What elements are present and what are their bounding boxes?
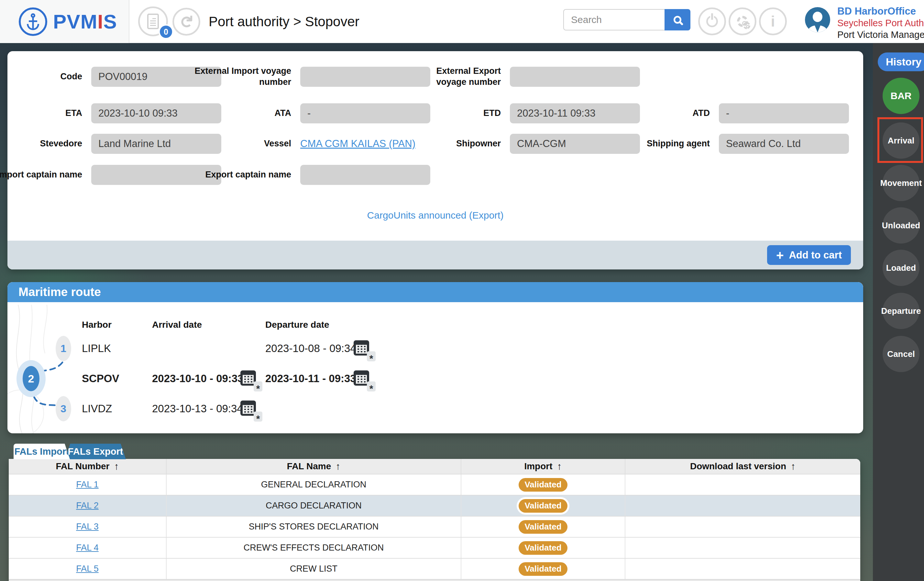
stop-harbor: LIPLK — [82, 342, 111, 354]
sort-asc-icon: ↑ — [114, 461, 119, 472]
maritime-route-header: Maritime route — [7, 282, 863, 302]
col-import[interactable]: Import↑ — [461, 459, 625, 474]
refresh-icon: ↻ — [178, 15, 195, 29]
search-input[interactable] — [563, 9, 665, 30]
stop-departure-date: 2023-10-11 - 09:33 — [265, 372, 356, 385]
download-cell — [625, 495, 860, 516]
search-icon — [673, 16, 681, 24]
fal-name: CREW'S EFFECTS DECLARATION — [244, 543, 384, 553]
avatar — [805, 7, 830, 32]
info-button[interactable]: i — [759, 7, 787, 35]
stop-harbor: SCPOV — [82, 372, 119, 385]
calendar-icon[interactable]: * — [354, 339, 370, 357]
stop-arrival-date: 2023-10-10 - 09:33 — [152, 372, 244, 385]
document-icon — [147, 13, 159, 29]
status-cancel-button[interactable]: Cancel — [883, 336, 919, 372]
sort-asc-icon: ↑ — [557, 461, 562, 472]
fals-table-header: FAL Number↑ FAL Name↑ Import↑ Download l… — [9, 459, 860, 474]
history-button[interactable]: History — [878, 53, 924, 71]
search-button[interactable] — [665, 9, 690, 30]
fal-link[interactable]: FAL 3 — [76, 522, 99, 532]
field-atd: ATD - — [719, 103, 849, 123]
calendar-icon[interactable]: * — [240, 399, 257, 417]
user-name: BD HarborOffice — [837, 5, 924, 17]
app-title: PVMIS — [53, 10, 117, 33]
route-col-departure: Departure date — [265, 319, 329, 330]
status-departure-button[interactable]: Departure — [883, 293, 919, 329]
refresh-button[interactable]: ↻ — [172, 8, 200, 36]
status-bar-button[interactable]: BAR — [883, 78, 919, 114]
anchor-logo-icon — [19, 7, 47, 36]
status-unloaded-button[interactable]: Unloaded — [883, 207, 919, 243]
status-arrival-button[interactable]: Arrival — [883, 122, 919, 159]
breadcrumb: Port authority > Stopover — [209, 0, 360, 43]
col-fal-name[interactable]: FAL Name↑ — [167, 459, 461, 474]
search-bar — [563, 9, 690, 30]
download-cell — [625, 559, 860, 579]
logout-button[interactable] — [698, 7, 726, 35]
table-row: FAL 1 GENERAL DECLARATION Validated — [9, 474, 860, 495]
stopover-form-card: Code POV00019 External Import voyage num… — [7, 51, 863, 270]
download-cell — [625, 516, 860, 537]
maritime-route-card: Maritime route Harbor Arrival date Depar… — [7, 282, 863, 433]
app-header: PVMIS 0 ↻ Port authority > Stopover i BD… — [0, 0, 924, 43]
status-badge[interactable]: Validated — [519, 478, 567, 492]
cart-count-badge: 0 — [158, 24, 173, 39]
fal-name: CARGO DECLARATION — [266, 501, 362, 511]
table-footer-strip — [9, 579, 860, 581]
fal-name: GENERAL DECLARATION — [261, 480, 366, 490]
plus-icon: + — [776, 249, 784, 262]
route-stop-row: LIVDZ 2023-10-13 - 09:34 * — [7, 398, 863, 419]
sort-asc-icon: ↑ — [335, 461, 340, 472]
route-stop-row: LIPLK 2023-10-08 - 09:34 * — [7, 338, 863, 359]
field-shipping-agent: Shipping agent Seaward Co. Ltd — [719, 134, 849, 154]
fals-table: FAL Number↑ FAL Name↑ Import↑ Download l… — [9, 459, 860, 581]
brand[interactable]: PVMIS — [0, 0, 129, 43]
fal-link[interactable]: FAL 2 — [76, 501, 99, 511]
calendar-icon[interactable]: * — [354, 369, 370, 387]
table-row: FAL 4 CREW'S EFFECTS DECLARATION Validat… — [9, 537, 860, 558]
status-badge[interactable]: Validated — [519, 562, 567, 576]
field-export-captain: Export captain name — [300, 165, 430, 185]
fal-link[interactable]: FAL 5 — [76, 564, 99, 574]
fal-name: SHIP'S STORES DECLARATION — [249, 522, 379, 532]
cargo-units-link[interactable]: CargoUnits announced (Export) — [367, 210, 504, 220]
fal-name: CREW LIST — [290, 564, 337, 574]
tab-fals-export[interactable]: FALs Export — [65, 444, 126, 459]
col-fal-number[interactable]: FAL Number↑ — [9, 459, 167, 474]
user-profile[interactable]: BD HarborOffice Seychelles Port Authorit… — [805, 5, 924, 40]
user-department: Port Victoria Management — [837, 29, 924, 40]
status-loaded-button[interactable]: Loaded — [883, 250, 919, 286]
route-col-arrival: Arrival date — [152, 319, 202, 330]
cart-button[interactable]: 0 — [138, 7, 168, 36]
download-cell — [625, 538, 860, 558]
card-action-bar: + Add to cart — [7, 241, 863, 270]
field-code-label: Code — [0, 71, 82, 82]
vessel-link[interactable]: CMA CGM KAILAS (PAN) — [300, 138, 416, 150]
stop-arrival-date: 2023-10-13 - 09:34 — [152, 402, 243, 415]
table-row: FAL 3 SHIP'S STORES DECLARATION Validate… — [9, 516, 860, 537]
status-badge[interactable]: Validated — [519, 520, 567, 534]
table-row-selected: FAL 2 CARGO DECLARATION Validated — [9, 495, 860, 516]
fal-link[interactable]: FAL 4 — [76, 543, 99, 553]
maritime-route-title: Maritime route — [18, 285, 101, 299]
field-external-export-voyage: External Export voyage number — [510, 67, 640, 87]
fal-link[interactable]: FAL 1 — [76, 480, 99, 490]
settings-button[interactable] — [729, 7, 756, 35]
info-icon: i — [771, 13, 775, 30]
status-movement-button[interactable]: Movement — [883, 165, 919, 201]
col-download-last-version[interactable]: Download last version↑ — [625, 459, 860, 474]
download-cell — [625, 475, 860, 495]
add-to-cart-button[interactable]: + Add to cart — [767, 245, 851, 265]
calendar-icon[interactable]: * — [240, 369, 257, 387]
tab-fals-import[interactable]: FALs Import — [13, 444, 70, 459]
status-badge[interactable]: Validated — [519, 499, 567, 513]
status-sidebar: History BAR Arrival Movement Unloaded Lo… — [873, 43, 924, 581]
stop-departure-date: 2023-10-08 - 09:34 — [265, 342, 356, 354]
table-row: FAL 5 CREW LIST Validated — [9, 558, 860, 579]
status-badge[interactable]: Validated — [519, 541, 567, 555]
user-organization: Seychelles Port Authority — [837, 17, 924, 29]
sort-asc-icon: ↑ — [791, 461, 795, 472]
stop-harbor: LIVDZ — [82, 402, 112, 415]
power-icon — [706, 15, 718, 27]
